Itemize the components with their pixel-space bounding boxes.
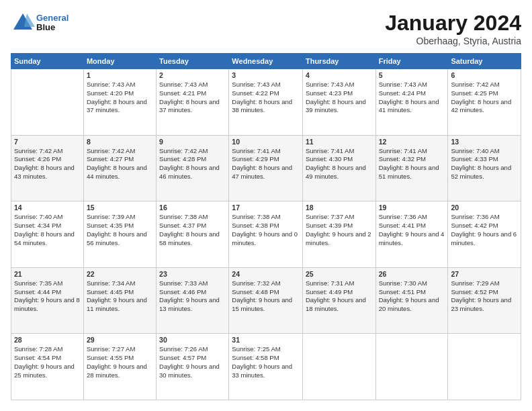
header: General Blue January 2024 Oberhaag, Styr… — [11, 11, 521, 46]
logo-text: General Blue — [36, 13, 69, 33]
day-cell: 15Sunrise: 7:39 AMSunset: 4:35 PMDayligh… — [83, 201, 156, 268]
col-friday: Friday — [375, 54, 448, 69]
day-cell: 19Sunrise: 7:36 AMSunset: 4:41 PMDayligh… — [375, 201, 448, 268]
day-cell: 5Sunrise: 7:43 AMSunset: 4:24 PMDaylight… — [375, 69, 448, 136]
day-cell: 3Sunrise: 7:43 AMSunset: 4:22 PMDaylight… — [229, 69, 303, 136]
day-cell — [448, 334, 521, 400]
col-saturday: Saturday — [448, 54, 521, 69]
day-cell: 27Sunrise: 7:29 AMSunset: 4:52 PMDayligh… — [448, 267, 521, 334]
day-cell: 1Sunrise: 7:43 AMSunset: 4:20 PMDaylight… — [83, 69, 156, 136]
col-wednesday: Wednesday — [229, 54, 303, 69]
day-cell: 23Sunrise: 7:33 AMSunset: 4:46 PMDayligh… — [157, 267, 229, 334]
day-cell: 16Sunrise: 7:38 AMSunset: 4:37 PMDayligh… — [157, 201, 229, 268]
day-cell: 7Sunrise: 7:42 AMSunset: 4:26 PMDaylight… — [11, 135, 84, 201]
day-cell — [11, 69, 84, 136]
day-cell: 21Sunrise: 7:35 AMSunset: 4:44 PMDayligh… — [11, 267, 84, 334]
day-cell: 28Sunrise: 7:28 AMSunset: 4:54 PMDayligh… — [11, 334, 84, 400]
logo: General Blue — [11, 11, 69, 35]
day-cell: 26Sunrise: 7:30 AMSunset: 4:51 PMDayligh… — [375, 267, 448, 334]
day-cell: 22Sunrise: 7:34 AMSunset: 4:45 PMDayligh… — [83, 267, 156, 334]
week-row-4: 21Sunrise: 7:35 AMSunset: 4:44 PMDayligh… — [11, 267, 521, 334]
day-cell: 12Sunrise: 7:41 AMSunset: 4:32 PMDayligh… — [375, 135, 448, 201]
calendar-page: General Blue January 2024 Oberhaag, Styr… — [0, 0, 532, 411]
day-cell: 25Sunrise: 7:31 AMSunset: 4:49 PMDayligh… — [302, 267, 375, 334]
week-row-2: 7Sunrise: 7:42 AMSunset: 4:26 PMDaylight… — [11, 135, 521, 201]
col-tuesday: Tuesday — [157, 54, 229, 69]
logo-icon — [11, 11, 35, 35]
day-cell — [302, 334, 375, 400]
location-subtitle: Oberhaag, Styria, Austria — [385, 36, 521, 46]
day-cell: 11Sunrise: 7:41 AMSunset: 4:30 PMDayligh… — [302, 135, 375, 201]
week-row-5: 28Sunrise: 7:28 AMSunset: 4:54 PMDayligh… — [11, 334, 521, 400]
day-cell: 30Sunrise: 7:26 AMSunset: 4:57 PMDayligh… — [157, 334, 229, 400]
day-cell: 2Sunrise: 7:43 AMSunset: 4:21 PMDaylight… — [157, 69, 229, 136]
day-cell: 9Sunrise: 7:42 AMSunset: 4:28 PMDaylight… — [157, 135, 229, 201]
day-cell: 4Sunrise: 7:43 AMSunset: 4:23 PMDaylight… — [302, 69, 375, 136]
day-cell: 8Sunrise: 7:42 AMSunset: 4:27 PMDaylight… — [83, 135, 156, 201]
calendar-table: Sunday Monday Tuesday Wednesday Thursday… — [11, 53, 521, 400]
day-cell: 6Sunrise: 7:42 AMSunset: 4:25 PMDaylight… — [448, 69, 521, 136]
day-cell: 31Sunrise: 7:25 AMSunset: 4:58 PMDayligh… — [229, 334, 303, 400]
month-title: January 2024 — [385, 11, 521, 36]
day-cell: 24Sunrise: 7:32 AMSunset: 4:48 PMDayligh… — [229, 267, 303, 334]
day-cell: 20Sunrise: 7:36 AMSunset: 4:42 PMDayligh… — [448, 201, 521, 268]
day-cell: 13Sunrise: 7:40 AMSunset: 4:33 PMDayligh… — [448, 135, 521, 201]
week-row-3: 14Sunrise: 7:40 AMSunset: 4:34 PMDayligh… — [11, 201, 521, 268]
col-thursday: Thursday — [302, 54, 375, 69]
col-monday: Monday — [83, 54, 156, 69]
day-cell: 10Sunrise: 7:41 AMSunset: 4:29 PMDayligh… — [229, 135, 303, 201]
col-sunday: Sunday — [11, 54, 84, 69]
day-cell: 18Sunrise: 7:37 AMSunset: 4:39 PMDayligh… — [302, 201, 375, 268]
day-cell: 29Sunrise: 7:27 AMSunset: 4:55 PMDayligh… — [83, 334, 156, 400]
header-row: Sunday Monday Tuesday Wednesday Thursday… — [11, 54, 521, 69]
week-row-1: 1Sunrise: 7:43 AMSunset: 4:20 PMDaylight… — [11, 69, 521, 136]
day-cell: 14Sunrise: 7:40 AMSunset: 4:34 PMDayligh… — [11, 201, 84, 268]
svg-marker-1 — [24, 13, 35, 27]
title-block: January 2024 Oberhaag, Styria, Austria — [385, 11, 521, 46]
day-cell: 17Sunrise: 7:38 AMSunset: 4:38 PMDayligh… — [229, 201, 303, 268]
day-cell — [375, 334, 448, 400]
